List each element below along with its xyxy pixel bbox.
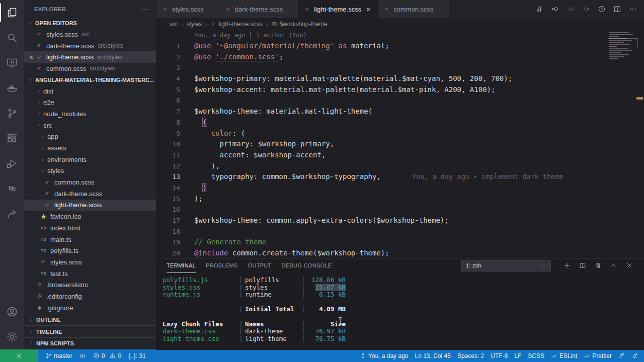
- file-history-icon[interactable]: [598, 5, 606, 13]
- status-eol[interactable]: LF: [514, 352, 521, 359]
- more-actions-icon[interactable]: [629, 5, 637, 13]
- code-line-14[interactable]: 14 ): [156, 183, 644, 194]
- open-editors-header[interactable]: OPEN EDITORS: [24, 18, 156, 29]
- tree-item-main.ts[interactable]: TSmain.ts: [24, 234, 156, 245]
- breadcrumb-$workshop-theme[interactable]: $workshop-theme: [271, 21, 327, 28]
- tree-item-common.scss[interactable]: common.scss: [24, 176, 156, 188]
- panel-tab-debug-console[interactable]: DEBUG CONSOLE: [282, 258, 332, 273]
- tree-item-dist[interactable]: dist: [24, 85, 156, 97]
- code-line-13[interactable]: 13 typography: common.$workshop-typograp…: [156, 171, 644, 183]
- status-git-blame[interactable]: You, a day ago: [360, 352, 409, 359]
- activity-docker[interactable]: [0, 75, 24, 101]
- open-editor-common.scss[interactable]: common.scsssrc/styles: [24, 63, 156, 74]
- tab-light-theme.scss[interactable]: light-theme.scss×: [298, 0, 378, 18]
- activity-explorer[interactable]: [0, 0, 24, 25]
- activity-accounts[interactable]: [0, 299, 24, 324]
- activity-extensions[interactable]: [0, 126, 24, 151]
- code-editor[interactable]: You, a day ago | 1 author (You) 1@use '~…: [156, 30, 644, 258]
- tree-item-.browserslistrc[interactable]: ≡.browserslistrc: [24, 279, 156, 291]
- maximize-panel-icon[interactable]: [610, 262, 617, 269]
- code-line-6[interactable]: 6: [156, 95, 644, 106]
- tree-item-.editorconfig[interactable]: .editorconfig: [24, 291, 156, 302]
- status-problems[interactable]: 00: [93, 352, 121, 359]
- terminal-shell-selector[interactable]: 1: zsh: [461, 260, 551, 272]
- panel-tab-output[interactable]: OUTPUT: [248, 258, 272, 273]
- code-line-18[interactable]: 18: [156, 226, 644, 237]
- new-terminal-icon[interactable]: [564, 262, 571, 269]
- code-line-19[interactable]: 19// Generate theme: [156, 237, 644, 248]
- terminal-output[interactable]: polyfills.js|polyfills|128.86 kBstyles.c…: [156, 273, 644, 342]
- tree-item-styles[interactable]: styles: [24, 165, 156, 177]
- tree-item-environments[interactable]: environments: [24, 154, 156, 165]
- next-change-icon[interactable]: [582, 5, 590, 13]
- close-icon[interactable]: ×: [364, 5, 372, 14]
- code-line-15[interactable]: 15);: [156, 194, 644, 205]
- tree-item-assets[interactable]: assets: [24, 142, 156, 154]
- split-editor-icon[interactable]: [613, 5, 621, 13]
- tree-item-test.ts[interactable]: TStest.ts: [24, 268, 156, 280]
- breadcrumb-src[interactable]: src: [170, 21, 178, 28]
- activity-manage-settings[interactable]: [0, 324, 24, 349]
- tab-dark-theme.scss[interactable]: dark-theme.scss: [219, 0, 298, 18]
- activity-live-share[interactable]: [0, 201, 24, 226]
- remote-indicator[interactable]: [0, 349, 38, 362]
- open-editor-styles.scss[interactable]: styles.scsssrc: [24, 29, 156, 40]
- section-outline[interactable]: OUTLINE: [24, 314, 156, 326]
- tab-common.scss[interactable]: common.scss: [378, 0, 449, 18]
- code-line-4[interactable]: 4$workshop-primary: material.mat-palette…: [156, 73, 644, 84]
- status-indentation[interactable]: Spaces: 2: [457, 352, 484, 359]
- tree-item-node_modules[interactable]: node_modules: [24, 108, 156, 120]
- gitlens-compare-icon[interactable]: [535, 5, 543, 13]
- tree-item-dark-theme.scss[interactable]: dark-theme.scss: [24, 188, 156, 200]
- status-feedback[interactable]: [618, 352, 625, 359]
- open-change-disabled-icon[interactable]: [567, 5, 575, 13]
- panel-tab-problems[interactable]: PROBLEMS: [206, 258, 238, 273]
- open-editor-light-theme.scss[interactable]: ×light-theme.scsssrc/styles: [24, 51, 156, 63]
- project-root-header[interactable]: ANGULAR-MATERIAL-THEMING-MASTERC...: [24, 74, 156, 85]
- code-line-7[interactable]: 7$workshop-theme: material.mat-light-the…: [156, 106, 644, 117]
- tree-item-favicon.ico[interactable]: ★favicon.ico: [24, 211, 156, 222]
- code-line-2[interactable]: 2@use './common.scss';: [156, 52, 644, 63]
- section-timeline[interactable]: TIMELINE: [24, 325, 156, 337]
- code-line-9[interactable]: 9 color: (: [156, 128, 644, 139]
- tree-item-styles.scss[interactable]: styles.scss: [24, 256, 156, 268]
- status-prettier[interactable]: Prettier: [584, 352, 612, 359]
- code-line-3[interactable]: 3: [156, 62, 644, 73]
- code-line-5[interactable]: 5$workshop-accent: material.mat-palette(…: [156, 84, 644, 96]
- minimap[interactable]: [609, 32, 637, 63]
- activity-run-and-debug[interactable]: [0, 151, 24, 176]
- status-branch[interactable]: master: [45, 352, 72, 359]
- activity-nx-console[interactable]: N≥: [0, 176, 24, 201]
- status-cursor-position[interactable]: Ln 13, Col 45: [415, 352, 450, 359]
- status-encoding[interactable]: UTF-8: [491, 352, 508, 359]
- section-npm-scripts[interactable]: NPM SCRIPTS: [24, 337, 156, 349]
- close-icon[interactable]: ×: [27, 53, 35, 61]
- breadcrumb-light-theme.scss[interactable]: light-theme.scss: [211, 21, 263, 28]
- tree-item-app[interactable]: app: [24, 131, 156, 143]
- status-language-mode[interactable]: SCSS: [528, 352, 544, 359]
- tree-item-.gitignore[interactable]: ◆.gitignore: [24, 302, 156, 314]
- close-panel-icon[interactable]: [626, 262, 633, 269]
- explorer-more-actions-icon[interactable]: ···: [141, 5, 150, 13]
- tab-styles.scss[interactable]: styles.scss: [156, 0, 219, 18]
- tree-item-index.html[interactable]: <>index.html: [24, 222, 156, 234]
- code-line-11[interactable]: 11 accent: $workshop-accent,: [156, 150, 644, 161]
- status-notifications[interactable]: [631, 352, 638, 359]
- activity-remote-explorer[interactable]: [0, 50, 24, 75]
- activity-source-control[interactable]: [0, 101, 24, 126]
- tree-item-e2e[interactable]: e2e: [24, 97, 156, 108]
- activity-search[interactable]: [0, 25, 24, 50]
- breadcrumb-styles[interactable]: styles: [187, 21, 202, 28]
- tree-item-polyfills.ts[interactable]: TSpolyfills.ts: [24, 245, 156, 256]
- tree-item-src[interactable]: src: [24, 120, 156, 131]
- panel-tab-terminal[interactable]: TERMINAL: [167, 258, 196, 273]
- code-line-20[interactable]: 20@include common.create-theme($workshop…: [156, 248, 644, 258]
- code-line-10[interactable]: 10 primary: $workshop-primary,: [156, 139, 644, 150]
- code-line-16[interactable]: 16: [156, 204, 644, 215]
- tree-item-light-theme.scss[interactable]: light-theme.scss: [24, 200, 156, 211]
- kill-terminal-icon[interactable]: [595, 262, 602, 269]
- code-line-12[interactable]: 12 ),: [156, 161, 644, 172]
- code-line-8[interactable]: 8 (: [156, 117, 644, 128]
- open-editor-dark-theme.scss[interactable]: dark-theme.scsssrc/styles: [24, 40, 156, 52]
- code-line-17[interactable]: 17$workshop-theme: common.apply-extra-co…: [156, 215, 644, 226]
